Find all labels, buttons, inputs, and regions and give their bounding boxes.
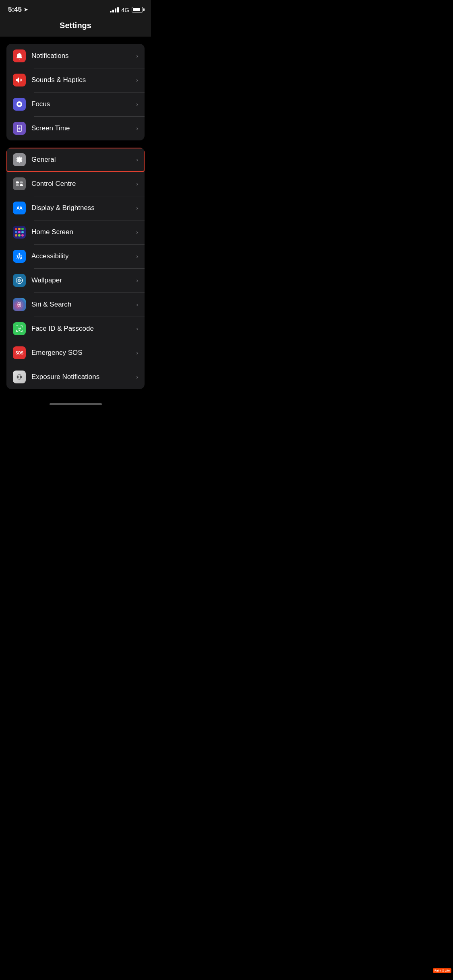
svg-point-12 <box>17 376 19 378</box>
sounds-label: Sounds & Haptics <box>31 76 136 84</box>
general-icon <box>15 156 23 164</box>
controlcentre-chevron: › <box>136 181 138 187</box>
settings-content: Notifications › Sounds & Haptics › Focus… <box>0 44 151 389</box>
faceid-icon <box>15 324 24 333</box>
location-icon: ➤ <box>24 7 28 12</box>
faceid-chevron: › <box>136 325 138 332</box>
siri-icon-wrapper <box>13 298 26 311</box>
svg-rect-4 <box>20 184 23 186</box>
general-icon-wrapper <box>13 153 26 166</box>
screentime-chevron: › <box>136 125 138 132</box>
wallpaper-label: Wallpaper <box>31 276 136 284</box>
focus-label: Focus <box>31 100 136 108</box>
settings-row-notifications[interactable]: Notifications › <box>6 44 145 68</box>
settings-row-sos[interactable]: SOS Emergency SOS › <box>6 341 145 365</box>
signal-bar-1 <box>110 11 112 12</box>
siri-chevron: › <box>136 301 138 308</box>
settings-group-1: Notifications › Sounds & Haptics › Focus… <box>6 44 145 140</box>
siri-label: Siri & Search <box>31 301 136 309</box>
battery <box>132 7 143 12</box>
settings-row-accessibility[interactable]: Accessibility › <box>6 244 145 268</box>
time-display: 5:45 <box>8 6 22 14</box>
svg-point-10 <box>19 304 21 306</box>
nav-bar: Settings <box>0 17 151 37</box>
exposure-chevron: › <box>136 374 138 380</box>
settings-row-exposure[interactable]: Exposure Notifications › <box>6 365 145 389</box>
svg-point-13 <box>20 376 22 378</box>
svg-point-5 <box>19 253 20 255</box>
network-label: 4G <box>121 6 129 13</box>
status-right: 4G <box>110 6 143 13</box>
sounds-chevron: › <box>136 77 138 83</box>
sounds-icon-wrapper <box>13 74 26 86</box>
signal-bar-3 <box>115 8 116 12</box>
display-chevron: › <box>136 205 138 211</box>
settings-row-controlcentre[interactable]: Control Centre › <box>6 172 145 196</box>
sounds-icon <box>15 76 23 84</box>
home-indicator <box>0 395 151 411</box>
wallpaper-icon <box>15 276 24 285</box>
screentime-icon-wrapper <box>13 122 26 135</box>
status-time: 5:45 ➤ <box>8 6 28 14</box>
wallpaper-icon-wrapper <box>13 274 26 287</box>
notifications-chevron: › <box>136 53 138 59</box>
settings-row-screentime[interactable]: Screen Time › <box>6 116 145 140</box>
homescreen-icon-wrapper <box>13 226 26 239</box>
sos-chevron: › <box>136 350 138 356</box>
status-bar: 5:45 ➤ 4G <box>0 0 151 17</box>
exposure-label: Exposure Notifications <box>31 373 136 381</box>
homescreen-chevron: › <box>136 229 138 235</box>
signal-bar-4 <box>117 7 119 12</box>
settings-row-sounds[interactable]: Sounds & Haptics › <box>6 68 145 92</box>
svg-rect-2 <box>20 181 23 183</box>
siri-icon <box>15 300 24 309</box>
accessibility-label: Accessibility <box>31 252 136 260</box>
wallpaper-chevron: › <box>136 277 138 284</box>
screentime-label: Screen Time <box>31 124 136 132</box>
settings-group-2: General › Control Centre › AA Display & … <box>6 148 145 389</box>
exposure-icon <box>15 373 23 381</box>
focus-icon-wrapper <box>13 98 26 111</box>
faceid-label: Face ID & Passcode <box>31 325 136 333</box>
accessibility-icon <box>15 252 24 261</box>
focus-chevron: › <box>136 101 138 107</box>
accessibility-chevron: › <box>136 253 138 259</box>
general-chevron: › <box>136 156 138 163</box>
screentime-icon <box>15 124 23 132</box>
notifications-icon <box>15 52 23 60</box>
general-label: General <box>31 156 136 164</box>
sos-icon-wrapper: SOS <box>13 346 26 359</box>
signal-bar-2 <box>112 10 114 12</box>
svg-rect-3 <box>16 184 19 186</box>
settings-row-siri[interactable]: Siri & Search › <box>6 292 145 317</box>
battery-icon <box>132 7 143 12</box>
signal-bars <box>110 7 119 12</box>
display-icon: AA <box>17 206 22 210</box>
display-label: Display & Brightness <box>31 204 136 212</box>
settings-row-general[interactable]: General › <box>6 148 145 172</box>
display-icon-wrapper: AA <box>13 202 26 214</box>
homescreen-icon <box>15 228 24 237</box>
settings-row-faceid[interactable]: Face ID & Passcode › <box>6 317 145 341</box>
controlcentre-icon <box>15 179 24 188</box>
svg-rect-1 <box>16 181 19 183</box>
settings-row-focus[interactable]: Focus › <box>6 92 145 116</box>
notifications-label: Notifications <box>31 52 136 60</box>
focus-icon <box>15 100 23 108</box>
settings-row-homescreen[interactable]: Home Screen › <box>6 220 145 244</box>
home-bar <box>50 403 102 405</box>
accessibility-icon-wrapper <box>13 250 26 263</box>
controlcentre-icon-wrapper <box>13 177 26 190</box>
faceid-icon-wrapper <box>13 322 26 335</box>
settings-row-wallpaper[interactable]: Wallpaper › <box>6 268 145 292</box>
sos-label: Emergency SOS <box>31 349 136 357</box>
controlcentre-label: Control Centre <box>31 180 136 188</box>
homescreen-label: Home Screen <box>31 228 136 236</box>
sos-icon: SOS <box>15 351 23 355</box>
exposure-icon-wrapper <box>13 371 26 383</box>
page-title: Settings <box>60 21 91 30</box>
battery-fill <box>133 8 140 11</box>
settings-row-display[interactable]: AA Display & Brightness › <box>6 196 145 220</box>
notifications-icon-wrapper <box>13 49 26 62</box>
